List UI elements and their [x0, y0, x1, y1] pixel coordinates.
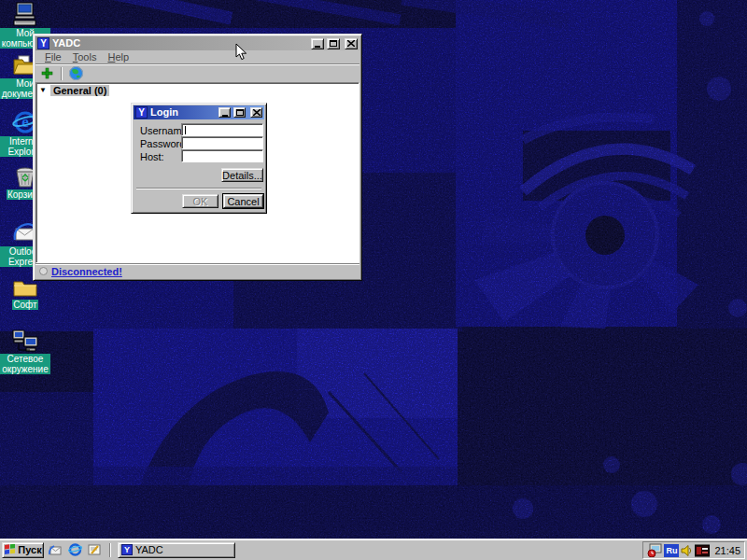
minimize-button[interactable]: [311, 38, 324, 49]
login-dialog-title: Login: [150, 107, 216, 118]
taskbar: Пуск Y YADC Ru: [0, 539, 747, 560]
host-label: Host:: [140, 151, 164, 162]
taskbar-button-yadc[interactable]: Y YADC: [118, 542, 235, 558]
taskbar-button-label: YADC: [135, 544, 163, 555]
yadc-titlebar[interactable]: Y YADC: [35, 36, 359, 50]
password-field[interactable]: [181, 136, 263, 149]
quicklaunch-show-desktop[interactable]: [86, 542, 103, 558]
hub-group-label: General (0): [50, 85, 109, 96]
connection-status-link[interactable]: Disconnected!: [51, 266, 122, 277]
login-app-icon: Y: [135, 106, 148, 119]
collapse-arrow-icon[interactable]: ▼: [39, 87, 47, 94]
menu-help[interactable]: Help: [102, 51, 134, 63]
yadc-window-title: YADC: [52, 38, 308, 49]
close-button[interactable]: [345, 38, 358, 49]
quicklaunch-internet-explorer[interactable]: [66, 542, 83, 558]
taskbar-separator: [109, 543, 111, 557]
login-body: Username: Password: Host: Details... OK …: [134, 119, 264, 211]
yadc-statusbar: Disconnected!: [35, 263, 359, 278]
menu-tools[interactable]: Tools: [67, 51, 103, 63]
yadc-app-icon: Y: [37, 37, 49, 49]
maximize-button[interactable]: [327, 38, 340, 49]
quicklaunch-outlook-express[interactable]: [47, 542, 63, 558]
maximize-icon: [236, 109, 244, 116]
connect-button[interactable]: [66, 65, 86, 82]
network-neighborhood-icon: [11, 329, 39, 353]
yadc-menubar: File Tools Help: [35, 50, 359, 63]
internet-explorer-icon: [68, 543, 82, 556]
login-titlebar[interactable]: Y Login: [134, 105, 264, 119]
start-button[interactable]: Пуск: [2, 542, 44, 558]
close-icon: [253, 109, 261, 116]
mouse-cursor: [235, 43, 247, 61]
host-field[interactable]: [181, 149, 263, 162]
yadc-app-icon: Y: [121, 544, 133, 555]
desktop-icon-soft-folder[interactable]: Софт: [0, 276, 50, 310]
login-minimize-button[interactable]: [218, 107, 231, 118]
dialog-separator: [136, 188, 261, 189]
plus-icon: [41, 67, 53, 79]
show-desktop-icon: [88, 543, 102, 556]
yadc-toolbar: [35, 63, 359, 82]
close-icon: [347, 40, 355, 47]
cancel-button[interactable]: Cancel: [223, 194, 263, 208]
my-computer-icon: [12, 2, 38, 27]
add-hub-button[interactable]: [37, 65, 57, 82]
volume-tray-icon[interactable]: [681, 544, 693, 557]
maximize-icon: [330, 40, 337, 47]
language-indicator[interactable]: Ru: [664, 544, 679, 557]
start-button-label: Пуск: [18, 544, 41, 555]
outlook-express-icon: [49, 544, 63, 556]
desktop-icon-network-neighborhood[interactable]: Сетевое окружение: [0, 329, 50, 374]
login-close-button[interactable]: [250, 107, 262, 118]
details-button[interactable]: Details...: [221, 168, 263, 182]
username-field[interactable]: [181, 123, 263, 136]
minimize-icon: [222, 115, 228, 117]
minimize-icon: [315, 46, 320, 48]
desktop-icon-label: Софт: [12, 300, 37, 310]
text-caret: [185, 126, 186, 134]
login-dialog: Y Login Username: Password: Host: Detail…: [131, 103, 267, 214]
connection-status-icon: [39, 267, 48, 275]
globe-icon: [69, 66, 83, 80]
svg-text:e: e: [21, 113, 29, 131]
menu-file[interactable]: File: [39, 51, 67, 63]
ok-button[interactable]: OK: [182, 194, 218, 208]
scheduler-tray-icon[interactable]: [647, 543, 662, 557]
system-tray: Ru 21:45: [642, 541, 745, 559]
windows-logo-icon: [4, 544, 16, 555]
clock[interactable]: 21:45: [714, 545, 740, 556]
display-tray-icon[interactable]: [695, 544, 710, 557]
toolbar-separator: [61, 67, 63, 80]
hub-group-general[interactable]: ▼ General (0): [37, 84, 358, 97]
login-maximize-button[interactable]: [233, 107, 246, 118]
desktop-icon-label: Сетевое окружение: [0, 354, 50, 374]
